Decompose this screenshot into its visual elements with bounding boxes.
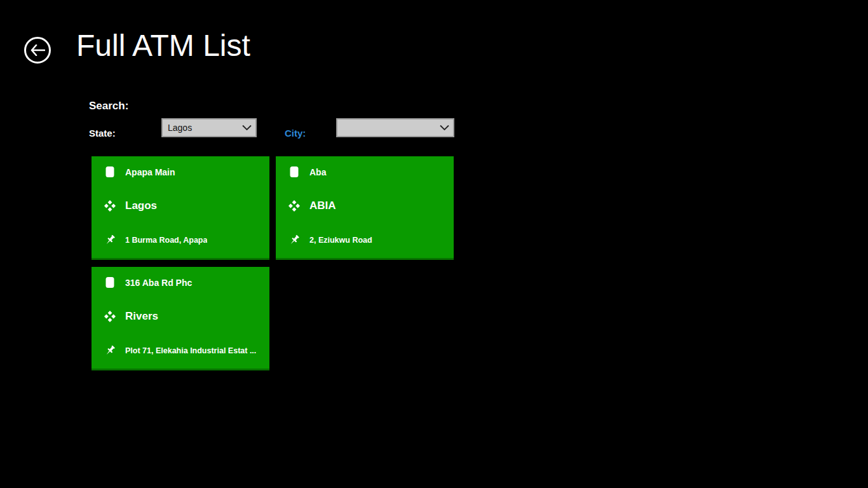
atm-state-row: Rivers — [103, 310, 261, 323]
atm-name-row: 316 Aba Rd Phc — [103, 276, 261, 288]
card-icon — [103, 276, 117, 288]
back-arrow-icon — [30, 44, 45, 56]
atm-state-row: Lagos — [103, 200, 261, 212]
back-button[interactable] — [24, 37, 51, 64]
diamond-cluster-icon — [287, 200, 301, 212]
state-select-wrap: Lagos — [161, 118, 257, 137]
atm-name-row: Aba — [287, 166, 445, 178]
atm-state: Rivers — [125, 310, 158, 323]
atm-address-row: 1 Burma Road, Apapa — [103, 234, 261, 247]
pushpin-icon — [103, 344, 117, 357]
atm-name: Apapa Main — [125, 167, 175, 177]
atm-address-row: Plot 71, Elekahia Industrial Estat ... — [103, 344, 261, 357]
card-icon — [287, 166, 301, 178]
atm-tile[interactable]: Aba ABIA — [276, 156, 454, 260]
atm-address: Plot 71, Elekahia Industrial Estat ... — [125, 346, 256, 355]
atm-name: 316 Aba Rd Phc — [125, 278, 192, 288]
atm-state-row: ABIA — [287, 200, 445, 212]
atm-address-row: 2, Eziukwu Road — [287, 234, 445, 247]
city-select-wrap — [336, 118, 454, 137]
state-select[interactable]: Lagos — [161, 118, 257, 137]
page-title: Full ATM List — [76, 28, 250, 63]
atm-address: 2, Eziukwu Road — [309, 236, 372, 245]
atm-state: Lagos — [125, 200, 157, 212]
full-atm-list-screen: Full ATM List Search: State: Lagos City: — [0, 0, 868, 488]
state-label: State: — [89, 128, 116, 139]
city-select[interactable] — [336, 118, 454, 137]
atm-name: Aba — [309, 167, 326, 177]
search-heading: Search: — [89, 100, 128, 112]
diamond-cluster-icon — [103, 200, 117, 212]
diamond-cluster-icon — [103, 311, 117, 322]
atm-tile-grid: Apapa Main Lagos — [92, 156, 454, 370]
pushpin-icon — [103, 234, 117, 247]
atm-tile[interactable]: 316 Aba Rd Phc Rivers — [92, 267, 269, 370]
atm-name-row: Apapa Main — [103, 166, 261, 178]
city-label: City: — [285, 128, 306, 139]
card-icon — [103, 166, 117, 178]
atm-state: ABIA — [309, 200, 336, 212]
atm-tile[interactable]: Apapa Main Lagos — [92, 156, 269, 260]
atm-address: 1 Burma Road, Apapa — [125, 236, 207, 245]
pushpin-icon — [287, 234, 301, 247]
